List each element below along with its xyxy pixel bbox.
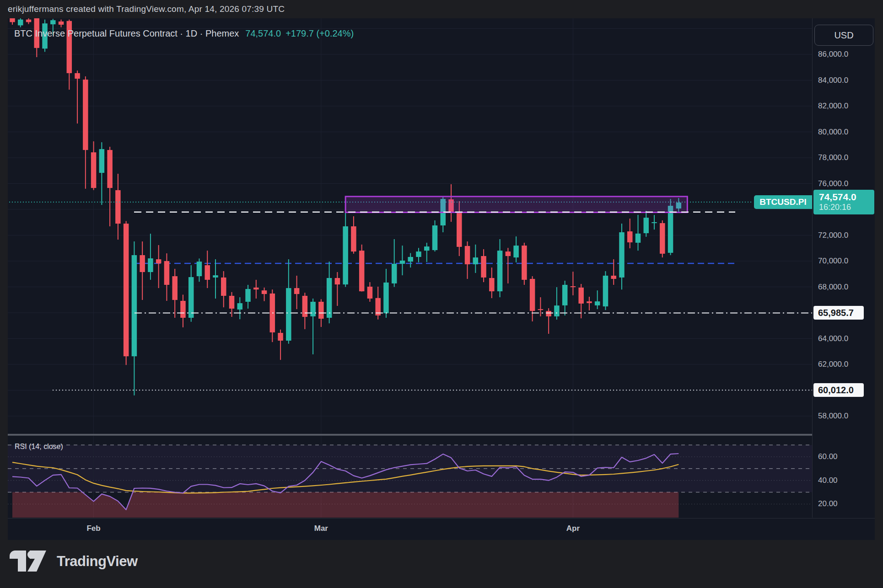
candle-body[interactable]: [473, 257, 479, 264]
candle-body[interactable]: [91, 152, 97, 188]
price-tick-label: 80,000.0: [818, 128, 848, 137]
candle-body[interactable]: [424, 246, 430, 251]
candle-body[interactable]: [10, 18, 15, 22]
candle-body[interactable]: [392, 264, 397, 283]
price-chart-canvas[interactable]: [8, 18, 812, 434]
candle-body[interactable]: [205, 265, 210, 280]
candle-body[interactable]: [237, 303, 243, 310]
candle-body[interactable]: [253, 288, 259, 289]
candle-body[interactable]: [188, 277, 194, 318]
candle-body[interactable]: [262, 290, 267, 294]
last-price-value: 74,574.0: [819, 192, 874, 203]
candle-body[interactable]: [457, 212, 462, 247]
tradingview-screenshot: erikjuffermans created with TradingView.…: [0, 0, 883, 588]
candle-body[interactable]: [50, 20, 56, 24]
footer: TradingView: [9, 548, 201, 575]
candle-body[interactable]: [522, 246, 527, 280]
candle-body[interactable]: [140, 255, 145, 272]
candle-body[interactable]: [432, 225, 438, 250]
candle-body[interactable]: [635, 234, 641, 243]
attribution-bar: erikjuffermans created with TradingView.…: [0, 0, 883, 18]
candle-body[interactable]: [513, 246, 519, 257]
candle-body[interactable]: [132, 255, 137, 356]
candle-body[interactable]: [562, 285, 568, 305]
candle-body[interactable]: [481, 256, 486, 278]
candle-body[interactable]: [327, 278, 332, 318]
candle-body[interactable]: [465, 246, 470, 264]
candle-body[interactable]: [83, 80, 88, 150]
candle-body[interactable]: [351, 226, 356, 251]
candle-body[interactable]: [286, 288, 291, 341]
candle-body[interactable]: [213, 275, 218, 278]
candle-body[interactable]: [627, 231, 633, 242]
candle-body[interactable]: [408, 257, 413, 262]
candle-body[interactable]: [546, 311, 551, 316]
candle-body[interactable]: [595, 301, 600, 305]
tradingview-logo-text[interactable]: TradingView: [57, 553, 138, 570]
candle-body[interactable]: [651, 222, 657, 223]
candle-body[interactable]: [172, 276, 178, 300]
resistance-zone-box[interactable]: [345, 197, 687, 213]
candle-body[interactable]: [578, 288, 584, 304]
candle-body[interactable]: [489, 278, 495, 291]
price-level-label-mid: 65,985.7: [813, 306, 864, 320]
candle-body[interactable]: [180, 301, 186, 318]
candle-body[interactable]: [245, 289, 251, 302]
candle-body[interactable]: [107, 150, 113, 188]
candle-body[interactable]: [603, 276, 608, 306]
candle-body[interactable]: [587, 301, 592, 303]
candle-body[interactable]: [571, 286, 576, 287]
candle-body[interactable]: [278, 333, 283, 341]
candle-body[interactable]: [148, 258, 153, 272]
candle-body[interactable]: [221, 278, 226, 296]
candle-body[interactable]: [644, 218, 649, 233]
candle-body[interactable]: [343, 226, 348, 284]
candle-body[interactable]: [359, 251, 365, 291]
time-axis-month-label: Apr: [566, 524, 580, 533]
tradingview-logo-icon[interactable]: [9, 551, 47, 572]
candle-body[interactable]: [310, 302, 316, 316]
candle-body[interactable]: [99, 149, 105, 173]
candle-body[interactable]: [554, 305, 560, 316]
price-tick-label: 58,000.0: [818, 412, 848, 421]
candle-body[interactable]: [538, 309, 544, 310]
candle-body[interactable]: [124, 224, 129, 356]
candle-body[interactable]: [18, 20, 23, 26]
rsi-tick-label: 60.00: [818, 452, 838, 461]
candle-body[interactable]: [416, 251, 421, 257]
price-level-label-low: 60,012.0: [813, 383, 864, 397]
currency-toggle-button[interactable]: USD: [814, 25, 873, 46]
candle-body[interactable]: [611, 276, 616, 279]
candle-body[interactable]: [229, 296, 235, 309]
candle-body[interactable]: [197, 262, 202, 276]
chart-legend[interactable]: BTC Inverse Perpetual Futures Contract ·…: [14, 28, 354, 39]
price-tick-label: 86,000.0: [818, 50, 848, 59]
rsi-tick-label: 20.00: [818, 499, 838, 508]
candle-body[interactable]: [335, 278, 340, 284]
symbol-price-flag[interactable]: BTCUSD.PI: [754, 195, 812, 209]
candle-body[interactable]: [400, 261, 405, 264]
candle-body[interactable]: [164, 261, 170, 285]
candle-body[interactable]: [156, 259, 162, 263]
candle-body[interactable]: [530, 279, 535, 311]
candle-body[interactable]: [294, 288, 300, 294]
time-axis-scale[interactable]: FebMarApr: [8, 518, 875, 540]
candle-body[interactable]: [497, 251, 503, 291]
candle-body[interactable]: [75, 73, 80, 79]
chart-widget[interactable]: BTC Inverse Perpetual Futures Contract ·…: [8, 18, 875, 540]
candle-body[interactable]: [367, 287, 373, 299]
rsi-indicator-label[interactable]: RSI (14, close): [15, 443, 63, 451]
time-axis-month-label: Feb: [86, 524, 100, 533]
price-tick-label: 70,000.0: [818, 257, 848, 266]
rsi-chart-canvas[interactable]: [8, 436, 812, 518]
candle-body[interactable]: [619, 232, 625, 278]
candle-body[interactable]: [318, 302, 324, 319]
candle-body[interactable]: [383, 283, 389, 313]
candle-body[interactable]: [115, 190, 121, 224]
candle-body[interactable]: [26, 20, 32, 22]
candle-body[interactable]: [302, 296, 308, 317]
price-axis-scale[interactable]: USD 74,574.0 16:20:16 65,985.7 60,012.0 …: [812, 18, 875, 518]
candle-body[interactable]: [59, 21, 64, 25]
candle-body[interactable]: [506, 251, 511, 256]
candle-body[interactable]: [660, 223, 665, 254]
